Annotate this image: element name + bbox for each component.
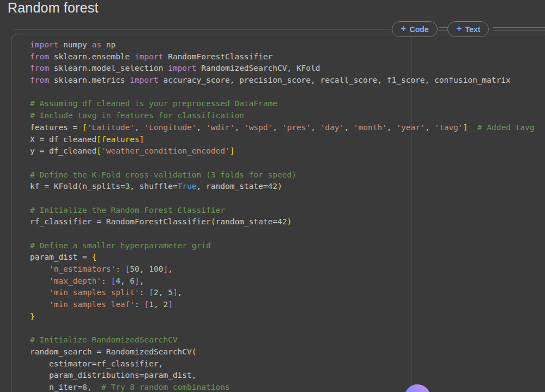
code-token: ,	[178, 288, 183, 297]
code-token: [	[96, 146, 101, 155]
code-line: n_iter=8, # Try 8 random combinations	[30, 382, 542, 392]
code-token: from	[30, 64, 49, 72]
code-token: random_state=	[215, 217, 277, 226]
code-token: 2	[154, 288, 159, 297]
code-token: 'wspd'	[244, 123, 272, 132]
code-line: y = df_cleaned['weather_condition_encode…	[30, 145, 542, 157]
code-token: as	[92, 40, 101, 49]
code-line: from sklearn.ensemble import RandomFores…	[30, 51, 542, 63]
code-token: # Try 8 random combinations	[101, 383, 230, 391]
code-line: estimator=rf_classifier,	[30, 358, 542, 370]
code-token: )	[287, 217, 292, 226]
code-token: 'wdir'	[206, 123, 234, 132]
code-token: :	[101, 277, 111, 285]
code-token: ,	[344, 123, 353, 132]
code-line: param_dist = {	[30, 252, 542, 264]
code-token: ,	[425, 123, 434, 132]
code-token: param_dist =	[30, 253, 92, 261]
code-line	[30, 193, 542, 205]
code-token: :	[116, 265, 125, 273]
code-token: import	[135, 52, 163, 61]
code-line	[30, 157, 542, 169]
code-token: ,	[159, 288, 168, 297]
add-cell-divider-right	[493, 27, 545, 31]
code-token: # Include tavg in features for classific…	[30, 111, 244, 120]
code-token: y = df_cleaned	[30, 146, 96, 155]
code-line: # Initialize the Random Forest Classifie…	[30, 205, 542, 217]
code-token: sklearn.metrics	[49, 76, 130, 84]
code-token: , shuffle=	[130, 182, 177, 191]
code-token: 2	[163, 300, 168, 309]
code-token: 100	[149, 265, 163, 273]
code-token	[30, 300, 49, 309]
code-line: # Assuming df_cleaned is your preprocess…	[30, 98, 542, 110]
code-line: 'max_depth': [4, 6],	[30, 275, 542, 287]
code-token: RandomizedSearchCV, KFold	[197, 64, 320, 72]
code-line: # Define a smaller hyperparameter grid	[30, 240, 542, 252]
code-token: ,	[387, 123, 396, 132]
code-token: # Initialize RandomizedSearchCV	[30, 335, 178, 344]
code-token: ,	[135, 123, 144, 132]
code-token: # Assuming df_cleaned is your preprocess…	[30, 99, 277, 108]
code-token: [features]	[96, 135, 144, 144]
code-token: features =	[30, 123, 82, 132]
code-line: from sklearn.metrics import accuracy_sco…	[30, 75, 542, 87]
code-token: # Initialize the Random Forest Classifie…	[30, 206, 225, 215]
code-line: from sklearn.model_selection import Rand…	[30, 63, 542, 75]
code-token: kf = KFold	[30, 182, 77, 191]
add-cell-divider	[14, 29, 392, 29]
code-token: np	[101, 40, 116, 49]
code-line: features = ['Latitude', 'Longitude', 'wd…	[30, 122, 542, 134]
code-token: [	[111, 277, 116, 285]
code-token: (	[77, 182, 82, 191]
code-token: param_distributions=param_dist,	[30, 371, 197, 379]
code-token: {	[92, 253, 97, 261]
code-token: 'weather_condition_encoded'	[101, 146, 230, 155]
code-editor[interactable]: import numpy as npfrom sklearn.ensemble …	[30, 39, 542, 392]
code-line: 'min_samples_leaf': [1, 2]	[30, 299, 542, 311]
code-line: random_search = RandomizedSearchCV(	[30, 346, 542, 358]
code-token: ,	[168, 265, 173, 273]
add-text-button[interactable]: + Text	[447, 21, 489, 37]
code-token: rf_classifier = RandomForestClassifier	[30, 217, 211, 226]
code-token: :	[135, 300, 144, 309]
code-token: [	[149, 288, 154, 297]
code-token: ]	[163, 265, 168, 273]
code-token: import	[168, 64, 196, 72]
code-token: )	[277, 182, 282, 191]
code-line	[30, 323, 542, 335]
code-token: from	[30, 76, 49, 84]
code-token: # Added tavg	[477, 123, 535, 132]
code-token: :	[140, 288, 149, 297]
code-line: # Define the K-Fold cross-validation (3 …	[30, 169, 542, 181]
code-token: 5	[168, 288, 173, 297]
code-token: sklearn.model_selection	[49, 64, 168, 72]
add-code-button[interactable]: + Code	[392, 21, 438, 37]
code-token: ,	[234, 123, 244, 132]
code-line: import numpy as np	[30, 39, 542, 51]
code-line: kf = KFold(n_splits=3, shuffle=True, ran…	[30, 181, 542, 193]
code-token: ]	[168, 300, 173, 309]
add-text-label: Text	[465, 25, 481, 34]
code-line: X = df_cleaned[features]	[30, 134, 542, 146]
code-token: n_splits=	[82, 182, 125, 191]
code-token	[30, 265, 49, 273]
code-line: param_distributions=param_dist,	[30, 370, 542, 382]
code-token: n_iter=	[30, 383, 82, 391]
code-token: ,	[197, 123, 206, 132]
plus-icon: +	[456, 24, 462, 34]
code-token: X = df_cleaned	[30, 135, 96, 144]
code-token: RandomForestClassifier	[163, 52, 272, 61]
plus-icon: +	[401, 24, 407, 34]
code-token: 'min_samples_leaf'	[49, 300, 135, 309]
code-token: 42	[268, 182, 277, 191]
code-token: 42	[277, 217, 287, 226]
code-token: ,	[154, 300, 163, 309]
code-token: import	[30, 40, 58, 49]
code-token: 'year'	[396, 123, 425, 132]
code-line: # Initialize RandomizedSearchCV	[30, 334, 542, 346]
code-token: ,	[87, 383, 101, 391]
code-token: [	[144, 300, 149, 309]
code-token: ,	[140, 265, 149, 273]
code-line	[30, 87, 542, 99]
